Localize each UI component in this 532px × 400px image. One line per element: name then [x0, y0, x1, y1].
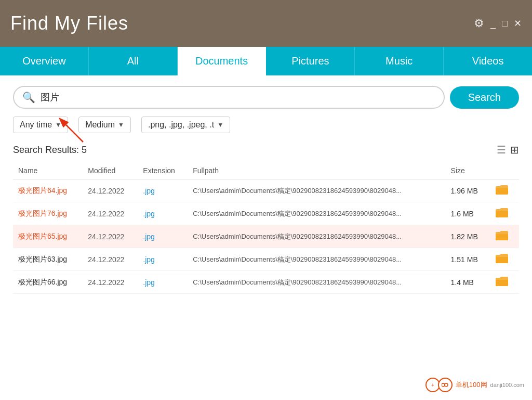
window-controls: ⚙ _ □ ✕ — [474, 17, 522, 30]
ext-filter-arrow: ▼ — [217, 121, 223, 128]
filter-bar: Any time ▼ Medium ▼ .png, .jpg, .jpeg, .… — [13, 117, 519, 133]
cell-size: 1.4 MB — [446, 271, 490, 294]
col-size: Size — [446, 162, 490, 179]
cell-folder-icon[interactable] — [489, 225, 519, 248]
app-title: Find My Files — [10, 12, 128, 34]
cell-modified: 24.12.2022 — [83, 202, 138, 225]
folder-icon — [495, 253, 509, 264]
cell-folder-icon[interactable] — [489, 271, 519, 294]
results-label: Search Results: — [13, 145, 79, 155]
results-header: Search Results: 5 ☰ ⊞ — [13, 144, 519, 156]
watermark: + 单机100网 danji100.com — [425, 378, 524, 392]
svg-point-2 — [442, 383, 445, 386]
settings-icon[interactable]: ⚙ — [474, 17, 484, 30]
cell-fullpath: C:\Users\admin\Documents\稿定\902900823186… — [188, 202, 445, 225]
cell-extension: .jpg — [138, 271, 188, 294]
search-bar: 🔍 Search — [13, 86, 519, 109]
maximize-button[interactable]: □ — [502, 18, 508, 29]
cell-name[interactable]: 极光图片76.jpg — [13, 202, 83, 225]
list-view-toggle[interactable]: ☰ — [497, 144, 506, 156]
cell-fullpath: C:\Users\admin\Documents\稿定\902900823186… — [188, 271, 445, 294]
size-filter[interactable]: Medium ▼ — [78, 117, 131, 133]
cell-name[interactable]: 极光图片65.jpg — [13, 225, 83, 248]
cell-folder-icon[interactable] — [489, 179, 519, 202]
cell-modified: 24.12.2022 — [83, 271, 138, 294]
cell-name[interactable]: 极光图片63.jpg — [13, 248, 83, 271]
watermark-text: 单机100网 — [456, 380, 487, 390]
file-link[interactable]: 极光图片76.jpg — [18, 209, 67, 217]
cell-name[interactable]: 极光图片64.jpg — [13, 179, 83, 202]
folder-icon — [495, 276, 509, 287]
folder-icon — [495, 207, 509, 218]
results-count: 5 — [82, 145, 87, 155]
tab-pictures[interactable]: Pictures — [266, 47, 355, 75]
cell-extension: .jpg — [138, 225, 188, 248]
close-button[interactable]: ✕ — [514, 18, 522, 29]
cell-modified: 24.12.2022 — [83, 248, 138, 271]
table-row[interactable]: 极光图片66.jpg 24.12.2022 .jpg C:\Users\admi… — [13, 271, 519, 294]
search-button[interactable]: Search — [450, 86, 519, 109]
cell-folder-icon[interactable] — [489, 248, 519, 271]
cell-size: 1.82 MB — [446, 225, 490, 248]
main-content: 🔍 Search Any time ▼ Medium ▼ .png, .jpg,… — [0, 75, 532, 400]
file-link[interactable]: 极光图片66.jpg — [18, 278, 67, 286]
table-row[interactable]: 极光图片65.jpg 24.12.2022 .jpg C:\Users\admi… — [13, 225, 519, 248]
cell-name[interactable]: 极光图片66.jpg — [13, 271, 83, 294]
tab-videos[interactable]: Videos — [444, 47, 532, 75]
cell-size: 1.96 MB — [446, 179, 490, 202]
svg-point-3 — [445, 383, 448, 386]
file-link[interactable]: 极光图片65.jpg — [18, 232, 67, 240]
size-filter-arrow: ▼ — [118, 121, 124, 128]
cell-fullpath: C:\Users\admin\Documents\稿定\902900823186… — [188, 179, 445, 202]
cell-modified: 24.12.2022 — [83, 225, 138, 248]
col-extension: Extension — [138, 162, 188, 179]
table-row[interactable]: 极光图片63.jpg 24.12.2022 .jpg C:\Users\admi… — [13, 248, 519, 271]
tab-overview[interactable]: Overview — [0, 47, 89, 75]
ext-filter-label: .png, .jpg, .jpeg, .t — [148, 120, 214, 130]
tab-all[interactable]: All — [89, 47, 178, 75]
folder-icon — [495, 230, 509, 241]
cell-fullpath: C:\Users\admin\Documents\稿定\902900823186… — [188, 248, 445, 271]
folder-icon — [495, 184, 509, 196]
search-input-wrapper: 🔍 — [13, 86, 445, 109]
view-toggles: ☰ ⊞ — [497, 144, 519, 156]
search-input[interactable] — [41, 92, 435, 103]
table-header-row: Name Modified Extension Fullpath Size — [13, 162, 519, 179]
watermark-logo: + — [425, 378, 453, 392]
cell-size: 1.51 MB — [446, 248, 490, 271]
file-link[interactable]: 极光图片63.jpg — [18, 255, 67, 263]
logo-circle-right — [438, 378, 453, 392]
cell-fullpath: C:\Users\admin\Documents\稿定\902900823186… — [188, 225, 445, 248]
search-icon: 🔍 — [22, 91, 35, 104]
title-bar: Find My Files ⚙ _ □ ✕ — [0, 0, 532, 47]
cell-extension: .jpg — [138, 179, 188, 202]
tab-bar: Overview All Documents Pictures Music Vi… — [0, 47, 532, 75]
col-folder — [489, 162, 519, 179]
time-filter-label: Any time — [20, 120, 52, 130]
col-modified: Modified — [83, 162, 138, 179]
cell-extension: .jpg — [138, 248, 188, 271]
tab-music[interactable]: Music — [355, 47, 444, 75]
tab-documents[interactable]: Documents — [178, 47, 267, 75]
col-name: Name — [13, 162, 83, 179]
grid-view-toggle[interactable]: ⊞ — [510, 144, 519, 156]
table-row[interactable]: 极光图片76.jpg 24.12.2022 .jpg C:\Users\admi… — [13, 202, 519, 225]
cell-extension: .jpg — [138, 202, 188, 225]
size-filter-label: Medium — [85, 120, 115, 130]
results-title: Search Results: 5 — [13, 145, 87, 156]
watermark-url: danji100.com — [490, 382, 524, 388]
cell-folder-icon[interactable] — [489, 202, 519, 225]
cell-size: 1.6 MB — [446, 202, 490, 225]
time-filter-arrow: ▼ — [55, 121, 61, 128]
file-link[interactable]: 极光图片64.jpg — [18, 186, 67, 195]
time-filter[interactable]: Any time ▼ — [13, 117, 68, 133]
table-row[interactable]: 极光图片64.jpg 24.12.2022 .jpg C:\Users\admi… — [13, 179, 519, 202]
minimize-button[interactable]: _ — [490, 18, 496, 29]
cell-modified: 24.12.2022 — [83, 179, 138, 202]
ext-filter[interactable]: .png, .jpg, .jpeg, .t ▼ — [141, 117, 230, 133]
file-table: Name Modified Extension Fullpath Size 极光… — [13, 162, 519, 294]
col-fullpath: Fullpath — [188, 162, 445, 179]
